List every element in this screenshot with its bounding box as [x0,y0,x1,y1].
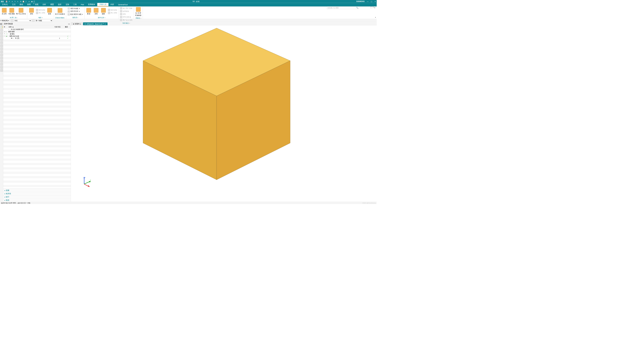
menu-工具[interactable]: 工具 [71,3,79,6]
menu-PMI[interactable]: PMI [79,3,86,6]
tree-row[interactable]: +▫模型视图 [3,31,71,33]
minimize-button[interactable]: — [366,1,369,2]
rb-history-icon[interactable] [0,41,3,44]
tree-row[interactable]: ▫历史记录建模模式 [3,28,71,31]
menu-装配[interactable]: 装配 [33,3,41,6]
discover-icon: ◈ [73,23,74,25]
feature-template-icon[interactable]: 特征模板 [8,8,15,15]
nav-section-搜索[interactable]: 搜索 [3,189,71,192]
nav-section-相关性[interactable]: 相关性 [3,192,71,195]
filter-icon-1[interactable] [11,19,13,22]
rb-misc1-icon[interactable] [0,63,3,66]
fx-icon[interactable]: 表达式 [1,8,8,15]
menu-视图[interactable]: 视图 [48,3,56,6]
tree-row[interactable]: −●▫模型历史记录✓ [3,35,71,37]
rb-settings-icon[interactable]: ⚙ [0,23,3,26]
nav-column-headers[interactable]: ⚙ 名称 ▲ 当前特征 最新 [3,25,71,28]
model-cube[interactable] [133,27,301,181]
run-test-icon[interactable]: 执行当前测试 [55,8,65,15]
ribbon-group-重用库[interactable]: 重用库 [66,16,84,19]
feature-filter-dropdown[interactable]: 特征 [14,19,31,22]
rb-pmi-icon[interactable] [0,54,3,57]
tab-发现中心[interactable]: ◈ 发现中心 [71,22,83,25]
touch-icon[interactable]: ☞ [25,0,27,3]
menu-主页[interactable]: 主页 [10,3,17,6]
rb-view-icon[interactable] [0,38,3,41]
block-ui-icon[interactable]: 块 UI 样式编辑器 [135,7,142,17]
menu-选择[interactable]: 选择 [56,3,63,6]
close-tab-icon[interactable]: × [105,23,106,25]
menu-开发人员[interactable]: 开发人员 [97,3,108,6]
nav-section-预览[interactable]: 预览 [3,198,71,202]
fullscreen-icon[interactable]: ⛶ [371,7,372,9]
menu-GeneralTool[interactable]: GeneralTool [116,3,130,6]
nav-section-细节[interactable]: 细节 [3,195,71,198]
redo-icon[interactable]: ↷ [14,0,16,3]
rb-constraint-icon[interactable] [0,32,3,35]
play-icon[interactable]: 播放 [85,8,92,15]
ribbon-group-实用工具[interactable]: 实用工具 [0,16,27,19]
copy-icon[interactable]: ⧉ [19,0,22,3]
rb-draft-icon[interactable] [0,51,3,53]
menu-button[interactable]: ≡ 菜单(M) ▾ [1,19,9,22]
filter-icon-2[interactable] [32,19,34,22]
menu-文件(F)[interactable]: 文件(F) [0,3,10,6]
close-button[interactable]: ✕ [374,1,377,3]
pin-icon[interactable]: ▭ [68,23,70,25]
rb-layer-icon[interactable] [0,47,3,50]
rb-misc3-icon[interactable] [0,69,3,72]
ribbon-停止录制: 停止录制 [107,11,117,14]
ribbon-group-电影[interactable]: 电影 [27,16,54,19]
rb-assembly-icon[interactable] [0,29,3,32]
undo-icon[interactable]: ↶ [8,0,11,3]
save-icon[interactable]: 💾 [6,0,8,3]
search-input[interactable]: 在此输入以搜索 🔍 [327,7,359,9]
ribbon-group-Check-Mate[interactable]: Check-Mate [54,17,66,19]
graphics-viewport[interactable]: z y x [71,25,377,202]
record-icon[interactable]: 录制 [28,8,35,15]
reuse-icon[interactable]: 重用库管理 ▾ [67,10,84,13]
rb-user-icon[interactable] [0,60,3,63]
search-icon[interactable]: 🔍 [356,7,358,9]
ribbon-group-风格化[interactable]: 风格化 [134,17,143,19]
app-logo: NX [0,0,5,3]
ribbon-group-知识融合[interactable]: 知识融合 [119,22,134,24]
modified-icon: ✎ [103,23,104,25]
window1-icon[interactable]: ▭ [28,0,30,3]
tab-UIStyler01_BaseUI.prt[interactable]: ◈ UIStyler01_BaseUI.prt ✎ × [83,22,108,25]
history-icon: ▫ [7,35,9,37]
window2-icon[interactable]: ▣ [31,0,33,3]
clock-icon: ▫ [9,29,11,30]
udf-icon[interactable]: 用户定义特征 [16,8,26,15]
window-dropdown[interactable]: 窗口▾ [33,0,36,3]
menu-应用模块[interactable]: 应用模块 [86,3,97,6]
settings-icon[interactable]: 设置 [46,8,53,15]
rb-tool-icon[interactable] [0,57,3,60]
view-triad[interactable]: z y x [80,177,92,187]
rb-part-nav-icon[interactable]: 📑 [0,26,3,29]
help-icon[interactable]: ? [373,7,374,9]
tree-row[interactable]: +✓▫摄像机 [3,33,71,35]
menu-渲染[interactable]: 渲染 [63,3,71,6]
chevron-up-icon[interactable]: ▴ [374,7,375,9]
tree-row[interactable]: 👁▫块 (4)▮✓ [3,37,71,39]
cut-icon[interactable]: ✂ [17,0,19,3]
rb-render-icon[interactable] [0,44,3,47]
nav-tree[interactable]: ▫历史记录建模模式+▫模型视图+✓▫摄像机−●▫模型历史记录✓👁▫块 (4)▮✓ [3,28,71,189]
menu-曲面[interactable]: 曲面 [25,3,33,6]
rb-misc2-icon[interactable] [0,66,3,69]
menu-内部[interactable]: 内部 [108,3,116,6]
maximize-button[interactable]: ▢ [370,1,373,3]
edit-icon[interactable]: 编辑 [100,8,107,15]
ribbon-group-操作记录[interactable]: 操作记录 [85,16,118,19]
config-icon[interactable]: 配置紧固件装配 ▾ [67,13,84,16]
menu-分析[interactable]: 分析 [41,3,48,6]
fasten-icon[interactable]: 紧固件装配 ▾ [67,7,84,10]
document-tabs: ◈ 发现中心◈ UIStyler01_BaseUI.prt ✎ × [71,22,377,25]
paste-icon[interactable]: 📋 [22,0,25,3]
assembly-filter-dropdown[interactable]: 整个装配 [35,19,53,22]
record2-icon[interactable]: 录制 [93,8,100,15]
menu-曲线[interactable]: 曲线 [18,3,25,6]
rb-reuse-icon[interactable] [0,35,3,38]
chevron-down-icon[interactable]: ▾ [11,0,13,3]
